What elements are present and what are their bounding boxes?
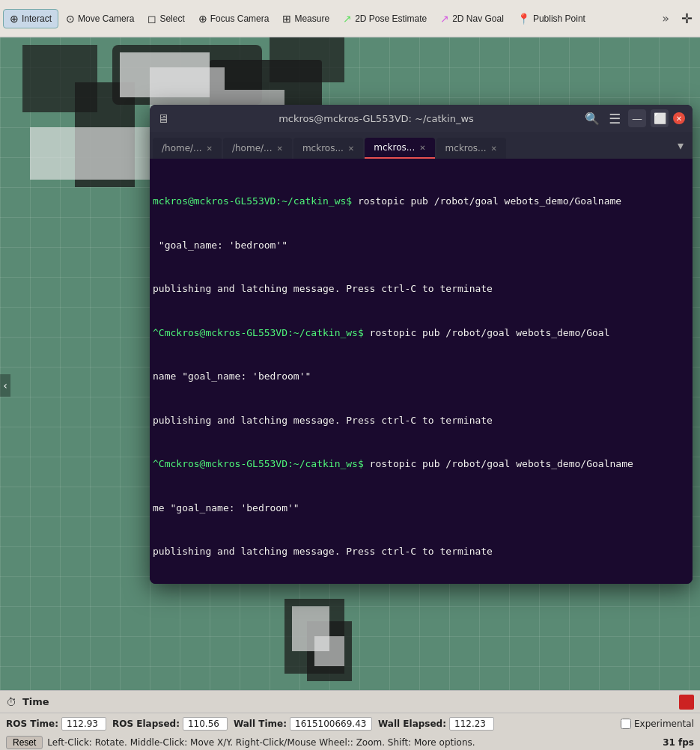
terminal-menu-button[interactable]: ☰ <box>606 109 624 127</box>
publish-point-icon: 📍 <box>517 13 530 25</box>
publish-point-button[interactable]: 📍 Publish Point <box>511 10 591 28</box>
term-line-7: ^Cmckros@mckros-GL553VD:~/catkin_ws$ ros… <box>153 457 690 472</box>
term-prompt-4: ^C <box>153 327 165 338</box>
terminal-tabs: /home/... ✕ /home/... ✕ mckros... ✕ mckr… <box>150 132 693 159</box>
measure-button[interactable]: ⊞ Measure <box>276 10 335 28</box>
nav-goal-label: 2D Nav Goal <box>452 13 504 24</box>
map-wall-3 <box>30 127 150 180</box>
experimental-field: Experimental <box>621 719 694 729</box>
statusbar-top: ⏱ Time <box>0 691 700 713</box>
terminal-tab-2-close[interactable]: ✕ <box>277 144 283 153</box>
plus-icon: ✛ <box>681 10 693 27</box>
terminal-tab-5-close[interactable]: ✕ <box>491 144 497 153</box>
terminal-content[interactable]: mckros@mckros-GL553VD:~/catkin_ws$ rosto… <box>150 159 693 584</box>
terminal-tab-5[interactable]: mckros... ✕ <box>436 138 506 159</box>
term-output-6: publishing and latching message. Press c… <box>153 415 493 426</box>
terminal-minimize-button[interactable]: — <box>628 109 646 127</box>
term-line-6: publishing and latching message. Press c… <box>153 413 690 428</box>
focus-camera-icon: ⊕ <box>198 13 207 25</box>
term-prompt-1: mckros@mckros-GL553VD:~/catkin_ws$ <box>153 195 352 207</box>
term-line-1: mckros@mckros-GL553VD:~/catkin_ws$ rosto… <box>153 194 690 209</box>
statusbar-bottom: Reset Left-Click: Rotate. Middle-Click: … <box>0 734 700 750</box>
term-output-9: publishing and latching message. Press c… <box>153 546 493 557</box>
status-hint: Left-Click: Rotate. Middle-Click: Move X… <box>47 737 475 748</box>
toolbar-extra-button[interactable]: ✛ <box>677 7 697 30</box>
terminal-app-icon: 🖥 <box>157 112 169 126</box>
move-camera-icon: ⊙ <box>66 13 75 25</box>
clock-icon: ⏱ <box>6 696 16 708</box>
wall-elapsed-value: 112.23 <box>449 717 494 731</box>
term-line-8: me "goal_name: 'bedroom'" <box>153 501 690 516</box>
wall-time-label: Wall Time: <box>234 719 287 729</box>
term-cmd-7: rostopic pub /robot/goal webots_demo/Goa… <box>364 458 633 469</box>
select-icon: ◻ <box>147 13 156 25</box>
term-output-5: name "goal_name: 'bedroom'" <box>153 371 311 382</box>
focus-camera-label: Focus Camera <box>210 13 270 24</box>
terminal-window: 🖥 mckros@mckros-GL553VD: ~/catkin_ws 🔍 ☰… <box>150 105 693 584</box>
term-prompt-7: ^C <box>153 458 165 469</box>
terminal-tab-4[interactable]: mckros... ✕ <box>365 138 434 159</box>
term-output-8: me "goal_name: 'bedroom'" <box>153 502 299 513</box>
term-line-9: publishing and latching message. Press c… <box>153 544 690 559</box>
toolbar-more-button[interactable]: » <box>656 8 675 28</box>
term-line-2: "goal_name: 'bedroom'" <box>153 238 690 253</box>
terminal-tab-3[interactable]: mckros... ✕ <box>293 138 363 159</box>
map-wall-6 <box>314 636 344 666</box>
term-cmd-4: rostopic pub /robot/goal webots_demo/Goa… <box>364 327 610 338</box>
interact-button[interactable]: ⊕ Interact <box>3 9 58 28</box>
measure-label: Measure <box>294 13 329 24</box>
interact-label: Interact <box>22 13 52 24</box>
left-panel-arrow[interactable]: ‹ <box>0 374 10 397</box>
wall-time-value: 1615100669.43 <box>290 717 372 731</box>
nav-goal-icon: ↗ <box>440 13 449 25</box>
record-button[interactable] <box>679 695 694 710</box>
fps-display: 31 fps <box>663 737 694 748</box>
reset-button[interactable]: Reset <box>6 736 43 749</box>
measure-icon: ⊞ <box>282 13 291 25</box>
focus-camera-button[interactable]: ⊕ Focus Camera <box>192 10 276 28</box>
terminal-tab-3-close[interactable]: ✕ <box>348 144 354 153</box>
statusbar-mid: ROS Time: 112.93 ROS Elapsed: 110.56 Wal… <box>0 713 700 734</box>
select-label: Select <box>159 13 184 24</box>
ros-elapsed-value: 110.56 <box>183 717 228 731</box>
term-line-5: name "goal_name: 'bedroom'" <box>153 369 690 384</box>
time-label: Time <box>22 696 49 707</box>
2d-nav-goal-button[interactable]: ↗ 2D Nav Goal <box>434 10 510 28</box>
terminal-search-button[interactable]: 🔍 <box>583 109 601 127</box>
pose-estimate-label: 2D Pose Estimate <box>355 13 427 24</box>
term-line-4: ^Cmckros@mckros-GL553VD:~/catkin_ws$ ros… <box>153 326 690 341</box>
statusbar-bottom-left: Reset Left-Click: Rotate. Middle-Click: … <box>6 736 475 749</box>
term-output-2: "goal_name: 'bedroom'" <box>153 240 287 251</box>
map-obstacle-5 <box>22 45 97 112</box>
ros-elapsed-field: ROS Elapsed: 110.56 <box>112 717 228 731</box>
experimental-checkbox[interactable] <box>621 719 631 729</box>
term-prompt-7b: mckros@mckros-GL553VD:~/catkin_ws$ <box>165 458 364 469</box>
terminal-maximize-button[interactable]: ⬜ <box>651 109 669 127</box>
terminal-titlebar: 🖥 mckros@mckros-GL553VD: ~/catkin_ws 🔍 ☰… <box>150 105 693 132</box>
terminal-tab-1-close[interactable]: ✕ <box>207 144 213 153</box>
2d-pose-estimate-button[interactable]: ↗ 2D Pose Estimate <box>337 10 433 28</box>
toolbar: ⊕ Interact ⊙ Move Camera ◻ Select ⊕ Focu… <box>0 0 700 37</box>
statusbar: ⏱ Time ROS Time: 112.93 ROS Elapsed: 110… <box>0 690 700 750</box>
select-button[interactable]: ◻ Select <box>141 10 190 28</box>
terminal-tabs-more[interactable]: ▾ <box>672 138 690 153</box>
ros-elapsed-label: ROS Elapsed: <box>112 719 180 729</box>
terminal-tab-1-label: /home/... <box>162 143 202 153</box>
publish-point-label: Publish Point <box>533 13 585 24</box>
terminal-tab-3-label: mckros... <box>302 143 344 153</box>
move-camera-label: Move Camera <box>78 13 134 24</box>
terminal-tab-5-label: mckros... <box>445 143 487 153</box>
term-output-3: publishing and latching message. Press c… <box>153 283 493 294</box>
wall-time-field: Wall Time: 1615100669.43 <box>234 717 372 731</box>
wall-elapsed-label: Wall Elapsed: <box>378 719 446 729</box>
terminal-close-button[interactable]: ✕ <box>673 112 685 124</box>
terminal-tab-1[interactable]: /home/... ✕ <box>153 138 222 159</box>
wall-elapsed-field: Wall Elapsed: 112.23 <box>378 717 494 731</box>
term-cmd-1: rostopic pub /robot/goal webots_demo/Goa… <box>352 195 621 207</box>
ros-time-field: ROS Time: 112.93 <box>6 717 106 731</box>
experimental-label: Experimental <box>634 719 694 729</box>
move-camera-button[interactable]: ⊙ Move Camera <box>60 10 140 28</box>
terminal-tab-2[interactable]: /home/... ✕ <box>223 138 292 159</box>
pose-estimate-icon: ↗ <box>343 13 352 25</box>
terminal-tab-4-close[interactable]: ✕ <box>419 144 425 152</box>
